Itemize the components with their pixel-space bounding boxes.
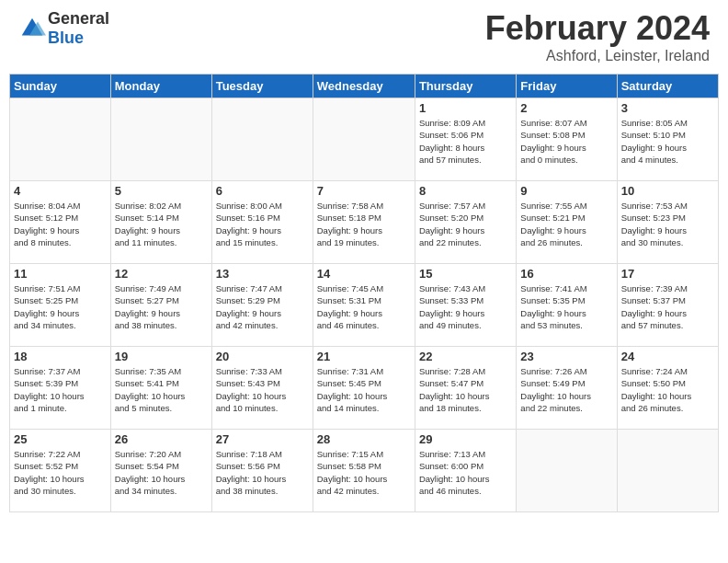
day-number: 9	[520, 184, 612, 198]
day-cell: 15Sunrise: 7:43 AM Sunset: 5:33 PM Dayli…	[415, 264, 516, 347]
day-cell: 23Sunrise: 7:26 AM Sunset: 5:49 PM Dayli…	[517, 347, 617, 430]
day-cell: 1Sunrise: 8:09 AM Sunset: 5:06 PM Daylig…	[415, 98, 516, 181]
day-number: 16	[520, 267, 612, 281]
day-cell: 26Sunrise: 7:20 AM Sunset: 5:54 PM Dayli…	[110, 430, 211, 512]
logo-blue: Blue	[48, 29, 109, 48]
day-number: 5	[115, 184, 208, 198]
day-cell: 9Sunrise: 7:55 AM Sunset: 5:21 PM Daylig…	[517, 181, 617, 264]
day-cell: 24Sunrise: 7:24 AM Sunset: 5:50 PM Dayli…	[617, 347, 718, 430]
day-info: Sunrise: 7:58 AM Sunset: 5:18 PM Dayligh…	[317, 200, 411, 248]
day-info: Sunrise: 7:20 AM Sunset: 5:54 PM Dayligh…	[115, 448, 208, 497]
day-info: Sunrise: 7:55 AM Sunset: 5:21 PM Dayligh…	[520, 200, 612, 248]
day-number: 1	[419, 101, 512, 115]
day-number: 28	[317, 432, 411, 446]
day-number: 3	[621, 101, 714, 115]
day-info: Sunrise: 7:51 AM Sunset: 5:25 PM Dayligh…	[14, 282, 107, 331]
day-cell: 27Sunrise: 7:18 AM Sunset: 5:56 PM Dayli…	[211, 430, 313, 512]
col-friday: Friday	[517, 75, 617, 98]
day-info: Sunrise: 7:13 AM Sunset: 6:00 PM Dayligh…	[419, 448, 512, 497]
day-number: 23	[520, 350, 612, 363]
day-cell: 6Sunrise: 8:00 AM Sunset: 5:16 PM Daylig…	[211, 181, 313, 264]
day-info: Sunrise: 7:22 AM Sunset: 5:52 PM Dayligh…	[14, 448, 107, 497]
calendar-header-row: Sunday Monday Tuesday Wednesday Thursday…	[10, 75, 719, 98]
day-info: Sunrise: 8:05 AM Sunset: 5:10 PM Dayligh…	[621, 117, 714, 166]
day-info: Sunrise: 7:49 AM Sunset: 5:27 PM Dayligh…	[115, 282, 208, 331]
day-cell: 29Sunrise: 7:13 AM Sunset: 6:00 PM Dayli…	[415, 430, 516, 512]
logo-text: General Blue	[48, 9, 109, 48]
day-info: Sunrise: 7:24 AM Sunset: 5:50 PM Dayligh…	[621, 365, 714, 414]
day-cell: 25Sunrise: 7:22 AM Sunset: 5:52 PM Dayli…	[10, 430, 111, 512]
day-cell: 2Sunrise: 8:07 AM Sunset: 5:08 PM Daylig…	[517, 98, 617, 181]
month-year-title: February 2024	[485, 9, 710, 48]
day-info: Sunrise: 8:02 AM Sunset: 5:14 PM Dayligh…	[115, 200, 208, 248]
day-cell	[617, 430, 718, 512]
day-cell: 13Sunrise: 7:47 AM Sunset: 5:29 PM Dayli…	[211, 264, 313, 347]
day-cell: 19Sunrise: 7:35 AM Sunset: 5:41 PM Dayli…	[110, 347, 211, 430]
day-number: 18	[14, 350, 107, 363]
day-cell: 17Sunrise: 7:39 AM Sunset: 5:37 PM Dayli…	[617, 264, 718, 347]
day-cell	[211, 98, 313, 181]
day-info: Sunrise: 7:43 AM Sunset: 5:33 PM Dayligh…	[419, 282, 512, 331]
day-number: 22	[419, 350, 512, 363]
day-number: 25	[14, 432, 107, 446]
day-info: Sunrise: 7:39 AM Sunset: 5:37 PM Dayligh…	[621, 282, 714, 331]
col-thursday: Thursday	[415, 75, 516, 98]
day-info: Sunrise: 7:31 AM Sunset: 5:45 PM Dayligh…	[317, 365, 411, 414]
day-info: Sunrise: 7:57 AM Sunset: 5:20 PM Dayligh…	[419, 200, 512, 248]
day-cell: 28Sunrise: 7:15 AM Sunset: 5:58 PM Dayli…	[313, 430, 415, 512]
calendar-table: Sunday Monday Tuesday Wednesday Thursday…	[9, 74, 719, 512]
day-cell: 11Sunrise: 7:51 AM Sunset: 5:25 PM Dayli…	[10, 264, 111, 347]
col-tuesday: Tuesday	[211, 75, 313, 98]
day-cell: 4Sunrise: 8:04 AM Sunset: 5:12 PM Daylig…	[10, 181, 111, 264]
day-cell	[10, 98, 111, 181]
day-info: Sunrise: 8:00 AM Sunset: 5:16 PM Dayligh…	[216, 200, 309, 248]
day-info: Sunrise: 8:04 AM Sunset: 5:12 PM Dayligh…	[14, 200, 107, 248]
day-number: 12	[115, 267, 208, 281]
day-info: Sunrise: 7:26 AM Sunset: 5:49 PM Dayligh…	[520, 365, 612, 414]
day-cell: 8Sunrise: 7:57 AM Sunset: 5:20 PM Daylig…	[415, 181, 516, 264]
day-number: 17	[621, 267, 714, 281]
col-sunday: Sunday	[10, 75, 111, 98]
logo-icon	[18, 15, 46, 42]
day-info: Sunrise: 7:28 AM Sunset: 5:47 PM Dayligh…	[419, 365, 512, 414]
logo-general: General	[48, 9, 109, 29]
day-number: 7	[317, 184, 411, 198]
day-number: 8	[419, 184, 512, 198]
day-info: Sunrise: 8:07 AM Sunset: 5:08 PM Dayligh…	[520, 117, 612, 166]
day-number: 4	[14, 184, 107, 198]
day-number: 2	[520, 101, 612, 115]
day-info: Sunrise: 8:09 AM Sunset: 5:06 PM Dayligh…	[419, 117, 512, 166]
day-number: 29	[419, 432, 512, 446]
week-row-4: 18Sunrise: 7:37 AM Sunset: 5:39 PM Dayli…	[10, 347, 719, 430]
logo: General Blue	[18, 9, 109, 48]
week-row-3: 11Sunrise: 7:51 AM Sunset: 5:25 PM Dayli…	[10, 264, 719, 347]
day-number: 20	[216, 350, 309, 363]
day-number: 27	[216, 432, 309, 446]
day-number: 19	[115, 350, 208, 363]
week-row-1: 1Sunrise: 8:09 AM Sunset: 5:06 PM Daylig…	[10, 98, 719, 181]
day-info: Sunrise: 7:37 AM Sunset: 5:39 PM Dayligh…	[14, 365, 107, 414]
day-info: Sunrise: 7:35 AM Sunset: 5:41 PM Dayligh…	[115, 365, 208, 414]
day-cell: 21Sunrise: 7:31 AM Sunset: 5:45 PM Dayli…	[313, 347, 415, 430]
day-number: 26	[115, 432, 208, 446]
day-number: 10	[621, 184, 714, 198]
col-monday: Monday	[110, 75, 211, 98]
week-row-5: 25Sunrise: 7:22 AM Sunset: 5:52 PM Dayli…	[10, 430, 719, 512]
day-number: 21	[317, 350, 411, 363]
day-number: 24	[621, 350, 714, 363]
col-saturday: Saturday	[617, 75, 718, 98]
location-title: Ashford, Leinster, Ireland	[485, 48, 710, 64]
day-cell: 3Sunrise: 8:05 AM Sunset: 5:10 PM Daylig…	[617, 98, 718, 181]
day-number: 13	[216, 267, 309, 281]
day-cell: 7Sunrise: 7:58 AM Sunset: 5:18 PM Daylig…	[313, 181, 415, 264]
title-section: February 2024 Ashford, Leinster, Ireland	[485, 9, 710, 64]
header: General Blue February 2024 Ashford, Lein…	[0, 0, 728, 69]
day-info: Sunrise: 7:45 AM Sunset: 5:31 PM Dayligh…	[317, 282, 411, 331]
day-cell: 16Sunrise: 7:41 AM Sunset: 5:35 PM Dayli…	[517, 264, 617, 347]
day-info: Sunrise: 7:47 AM Sunset: 5:29 PM Dayligh…	[216, 282, 309, 331]
day-info: Sunrise: 7:15 AM Sunset: 5:58 PM Dayligh…	[317, 448, 411, 497]
day-info: Sunrise: 7:33 AM Sunset: 5:43 PM Dayligh…	[216, 365, 309, 414]
day-cell: 12Sunrise: 7:49 AM Sunset: 5:27 PM Dayli…	[110, 264, 211, 347]
day-number: 15	[419, 267, 512, 281]
day-number: 14	[317, 267, 411, 281]
